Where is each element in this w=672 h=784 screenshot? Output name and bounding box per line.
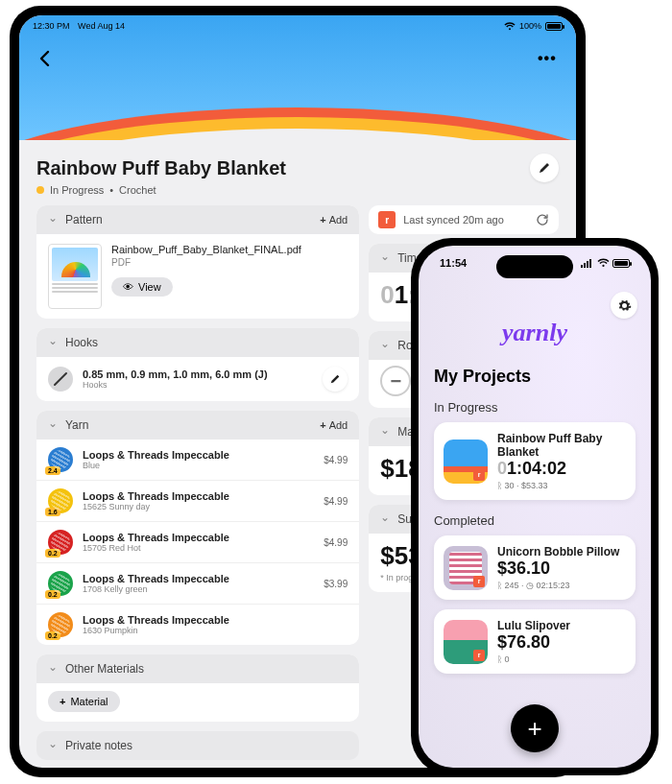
svg-rect-0 [581, 265, 583, 268]
yarn-row[interactable]: 0.2 Loops & Threads Impeccable15705 Red … [36, 521, 359, 562]
my-projects-heading: My Projects [434, 367, 636, 387]
pattern-header: Pattern [65, 213, 103, 226]
tablet-statusbar: 12:30 PM Wed Aug 14 100% [19, 17, 576, 35]
chevron-down-icon[interactable] [380, 251, 390, 265]
add-project-fab[interactable]: + [511, 704, 559, 752]
pattern-add-button[interactable]: Add [320, 214, 348, 226]
add-material-button[interactable]: Material [48, 691, 120, 712]
svg-rect-3 [589, 259, 591, 268]
project-card-name: Rainbow Puff Baby Blanket [497, 432, 626, 459]
yarn-ball-icon: 2.4 [48, 447, 73, 472]
pattern-card: Pattern Add Rainbow_Puff_Baby_Blanket_FI… [36, 205, 359, 319]
private-notes-card[interactable]: Private notes [36, 731, 359, 760]
project-card-price: $76.80 [497, 632, 626, 653]
hook-icon [48, 367, 73, 392]
edit-hooks-button[interactable] [323, 367, 348, 392]
chevron-down-icon[interactable] [48, 662, 58, 676]
project-craft: Crochet [119, 184, 156, 196]
battery-percent: 100% [519, 21, 541, 31]
yarn-ball-icon: 0.2 [48, 530, 73, 555]
hooks-sub: Hooks [83, 380, 313, 390]
svg-rect-1 [584, 263, 586, 268]
phone-device: 11:54 yarnly My Projects In Progress r R… [411, 238, 659, 775]
project-thumbnail: r [444, 440, 488, 484]
section-completed: Completed [434, 513, 636, 528]
project-thumbnail: r [444, 546, 488, 590]
yarn-ball-icon: 0.2 [48, 571, 73, 596]
settings-button[interactable] [611, 292, 637, 319]
chevron-down-icon[interactable] [48, 418, 58, 432]
private-notes-header: Private notes [65, 739, 132, 752]
yarn-ball-icon: 1.6 [48, 488, 73, 513]
chevron-down-icon[interactable] [380, 339, 390, 352]
pattern-view-button[interactable]: View [111, 277, 173, 297]
chevron-down-icon[interactable] [380, 425, 390, 439]
project-card-meta: ᚱ 0 [497, 654, 626, 664]
project-card-timer: 01:04:02 [497, 459, 626, 479]
project-title: Rainbow Puff Baby Blanket [36, 157, 286, 179]
project-status-line: In Progress • Crochet [36, 184, 559, 196]
yarn-card: Yarn Add 2.4 Loops & Threads ImpeccableB… [36, 411, 359, 645]
yarn-row[interactable]: 2.4 Loops & Threads ImpeccableBlue $4.99 [36, 440, 359, 480]
edit-title-button[interactable] [530, 154, 559, 182]
pattern-filetype: PDF [111, 257, 301, 268]
back-button[interactable] [35, 48, 56, 69]
pattern-filename: Rainbow_Puff_Baby_Blanket_FINAL.pdf [111, 244, 301, 255]
ravelry-logo-icon: r [378, 211, 396, 228]
battery-icon [545, 22, 563, 31]
refresh-button[interactable] [536, 213, 549, 226]
section-in-progress: In Progress [434, 400, 636, 415]
yarn-add-button[interactable]: Add [320, 419, 348, 431]
more-button[interactable]: ••• [538, 50, 561, 71]
project-status: In Progress [50, 184, 104, 196]
phone-screen: 11:54 yarnly My Projects In Progress r R… [419, 246, 651, 768]
project-thumbnail: r [444, 620, 488, 664]
battery-icon [612, 259, 630, 268]
hooks-sizes: 0.85 mm, 0.9 mm, 1.0 mm, 6.0 mm (J) [83, 368, 313, 380]
row-counter-minus-button[interactable]: − [380, 366, 411, 396]
project-card-meta: ᚱ 245 · ◷ 02:15:23 [497, 581, 626, 590]
project-card-name: Unicorn Bobble Pillow [497, 545, 626, 558]
project-card-price: $36.10 [497, 558, 626, 579]
hooks-card: Hooks 0.85 mm, 0.9 mm, 1.0 mm, 6.0 mm (J… [36, 328, 359, 401]
ravelry-tag-icon: r [473, 576, 485, 587]
chevron-down-icon [48, 739, 58, 752]
wifi-icon [597, 258, 610, 268]
other-materials-card: Other Materials Material [36, 654, 359, 722]
ravelry-tag-icon: r [473, 650, 485, 661]
project-card-meta: ᚱ 30 · $53.33 [497, 481, 626, 490]
status-dot-icon [36, 186, 44, 194]
project-card[interactable]: r Rainbow Puff Baby Blanket 01:04:02 ᚱ 3… [434, 422, 636, 500]
sync-card: r Last synced 20m ago [369, 205, 559, 234]
chevron-down-icon[interactable] [380, 512, 390, 526]
project-card-name: Lulu Slipover [497, 619, 626, 632]
other-materials-header: Other Materials [65, 662, 144, 676]
phone-status-time: 11:54 [440, 257, 467, 269]
ravelry-tag-icon: r [473, 469, 485, 481]
notch [496, 255, 573, 278]
svg-rect-2 [587, 261, 588, 268]
yarn-header: Yarn [65, 418, 88, 432]
yarn-row[interactable]: 0.2 Loops & Threads Impeccable1708 Kelly… [36, 562, 359, 604]
chevron-down-icon[interactable] [48, 213, 58, 226]
signal-icon [581, 258, 594, 268]
yarn-list: 2.4 Loops & Threads ImpeccableBlue $4.99… [36, 440, 359, 645]
yarn-row[interactable]: 1.6 Loops & Threads Impeccable15625 Sunn… [36, 480, 359, 521]
pattern-thumbnail[interactable] [48, 244, 102, 309]
hooks-header: Hooks [65, 336, 98, 349]
sync-label: Last synced 20m ago [403, 214, 504, 226]
project-card[interactable]: r Lulu Slipover $76.80 ᚱ 0 [434, 609, 636, 674]
yarn-row[interactable]: 0.2 Loops & Threads Impeccable1630 Pumpk… [36, 604, 359, 645]
brand-logo: yarnly [419, 319, 651, 347]
status-time: 12:30 PM [33, 21, 70, 31]
chevron-down-icon[interactable] [48, 336, 58, 349]
status-date: Wed Aug 14 [78, 21, 125, 31]
wifi-icon [504, 22, 516, 31]
yarn-ball-icon: 0.2 [48, 612, 73, 637]
project-card[interactable]: r Unicorn Bobble Pillow $36.10 ᚱ 245 · ◷… [434, 535, 636, 600]
